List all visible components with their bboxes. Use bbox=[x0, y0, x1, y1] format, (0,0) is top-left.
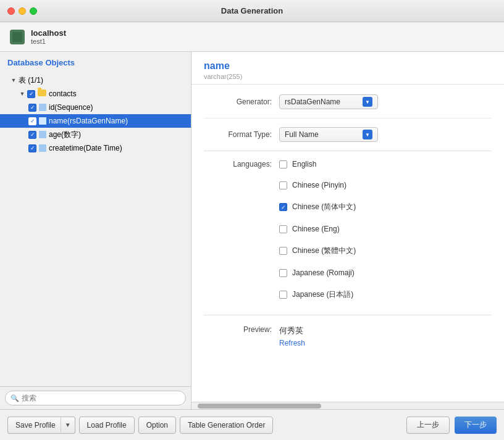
search-input[interactable] bbox=[22, 394, 180, 402]
lang-label-chinese-traditional: Chinese (繁體中文) bbox=[292, 246, 356, 256]
tree-item-id[interactable]: ✓ id(Sequence) bbox=[0, 101, 191, 114]
tree-item-contacts[interactable]: ▼ ✓ contacts bbox=[0, 87, 191, 101]
main-content: Database Objects ▼ 表 (1/1) ▼ ✓ contacts … bbox=[0, 52, 504, 409]
lang-row-chinese-simplified: ✓ Chinese (简体中文) bbox=[279, 202, 356, 212]
lang-checkbox-chinese-eng[interactable] bbox=[279, 225, 287, 233]
scroll-track bbox=[191, 402, 504, 409]
field-config: Generator: rsDataGenName ▼ Format Type: … bbox=[191, 85, 504, 402]
db-info: localhost test1 bbox=[31, 28, 66, 45]
lang-checkbox-japanese[interactable] bbox=[279, 291, 287, 299]
preview-section: Preview: 何秀英 Refresh bbox=[204, 315, 492, 347]
tree-label-name: name(rsDataGenName) bbox=[49, 117, 128, 125]
refresh-link[interactable]: Refresh bbox=[279, 339, 305, 347]
format-type-dropdown-arrow: ▼ bbox=[363, 130, 372, 139]
tree-item-name[interactable]: ✓ name(rsDataGenName) bbox=[0, 114, 191, 128]
lang-row-japanese: Japanese (日本語) bbox=[279, 289, 356, 300]
titlebar: Data Generation bbox=[0, 0, 504, 22]
format-type-dropdown[interactable]: Full Name ▼ bbox=[279, 127, 378, 142]
close-button[interactable] bbox=[7, 7, 15, 15]
lang-row-chinese-traditional: Chinese (繁體中文) bbox=[279, 246, 356, 256]
save-profile-button[interactable]: Save Profile bbox=[7, 417, 61, 434]
lang-row-english: English bbox=[279, 160, 356, 168]
lang-checkbox-chinese-traditional[interactable] bbox=[279, 247, 287, 255]
option-button[interactable]: Option bbox=[138, 417, 176, 434]
folder-icon bbox=[38, 89, 46, 98]
sidebar: Database Objects ▼ 表 (1/1) ▼ ✓ contacts … bbox=[0, 52, 191, 409]
lang-label-japanese: Japanese (日本語) bbox=[292, 289, 353, 300]
preview-value: 何秀英 bbox=[279, 325, 305, 336]
generator-dropdown-arrow: ▼ bbox=[363, 97, 372, 107]
column-icon-name bbox=[39, 117, 46, 125]
generator-row: Generator: rsDataGenName ▼ bbox=[204, 94, 492, 109]
languages-label: Languages: bbox=[204, 160, 272, 168]
lang-checkbox-chinese-pinyin[interactable] bbox=[279, 181, 287, 189]
load-profile-button[interactable]: Load Profile bbox=[79, 417, 135, 434]
tree-arrow-contacts: ▼ bbox=[19, 90, 26, 98]
tree-item-age[interactable]: ✓ age(数字) bbox=[0, 128, 191, 141]
tree-item-table[interactable]: ▼ 表 (1/1) bbox=[0, 73, 191, 87]
preview-label: Preview: bbox=[204, 325, 272, 334]
bottom-toolbar: Save Profile ▼ Load Profile Option Table… bbox=[0, 409, 504, 440]
tree-arrow-table: ▼ bbox=[10, 77, 17, 84]
tree-label-table: 表 (1/1) bbox=[19, 75, 43, 86]
contacts-checkbox[interactable]: ✓ bbox=[27, 90, 35, 98]
age-checkbox[interactable]: ✓ bbox=[28, 131, 36, 139]
lang-row-japanese-romaji: Japanese (Romaji) bbox=[279, 268, 356, 277]
lang-checkbox-english[interactable] bbox=[279, 160, 287, 168]
lang-label-chinese-pinyin: Chinese (Pinyin) bbox=[292, 181, 346, 189]
scroll-thumb[interactable] bbox=[198, 404, 321, 409]
lang-label-english: English bbox=[292, 160, 316, 168]
save-profile-arrow-button[interactable]: ▼ bbox=[61, 417, 75, 434]
next-button[interactable]: 下一步 bbox=[455, 417, 497, 434]
db-icon bbox=[10, 30, 25, 44]
tree-label-age: age(数字) bbox=[49, 130, 81, 140]
field-header: name varchar(255) bbox=[191, 52, 504, 85]
lang-row-chinese-pinyin: Chinese (Pinyin) bbox=[279, 181, 356, 189]
tree-item-createtime[interactable]: ✓ createtime(Date Time) bbox=[0, 141, 191, 155]
generator-value: rsDataGenName bbox=[285, 98, 363, 106]
name-checkbox[interactable]: ✓ bbox=[28, 117, 36, 125]
lang-row-chinese-eng: Chinese (Eng) bbox=[279, 225, 356, 233]
lang-checkbox-japanese-romaji[interactable] bbox=[279, 269, 287, 277]
languages-list: English Chinese (Pinyin) ✓ Chinese (简体中文… bbox=[279, 160, 356, 306]
search-box: 🔍 bbox=[5, 391, 186, 405]
tree-label-createtime: createtime(Date Time) bbox=[49, 144, 122, 152]
app-header: localhost test1 bbox=[0, 22, 504, 52]
id-checkbox[interactable]: ✓ bbox=[28, 104, 36, 112]
sidebar-title: Database Objects bbox=[0, 52, 191, 71]
generator-label: Generator: bbox=[204, 98, 272, 106]
lang-checkbox-chinese-simplified[interactable]: ✓ bbox=[279, 203, 287, 211]
maximize-button[interactable] bbox=[30, 7, 37, 15]
column-icon-id bbox=[39, 104, 46, 111]
format-type-row: Format Type: Full Name ▼ bbox=[204, 127, 492, 142]
languages-row: Languages: English Chinese (Pinyin) ✓ bbox=[204, 160, 492, 306]
back-button[interactable]: 上一步 bbox=[406, 417, 450, 434]
createtime-checkbox[interactable]: ✓ bbox=[28, 144, 36, 152]
db-name: localhost bbox=[31, 28, 66, 38]
field-type: varchar(255) bbox=[204, 73, 492, 80]
format-type-value: Full Name bbox=[285, 130, 363, 139]
generator-dropdown[interactable]: rsDataGenName ▼ bbox=[279, 94, 378, 109]
field-name: name bbox=[204, 60, 492, 72]
db-schema: test1 bbox=[31, 38, 66, 45]
traffic-lights bbox=[7, 7, 37, 15]
languages-section: Languages: English Chinese (Pinyin) ✓ bbox=[204, 151, 492, 306]
column-icon-createtime bbox=[39, 144, 46, 152]
tree-area: ▼ 表 (1/1) ▼ ✓ contacts ✓ id(Sequence) ✓ bbox=[0, 71, 191, 386]
right-panel: name varchar(255) Generator: rsDataGenNa… bbox=[191, 52, 504, 409]
tree-label-contacts: contacts bbox=[49, 89, 77, 98]
window-title: Data Generation bbox=[221, 6, 283, 15]
search-icon: 🔍 bbox=[10, 394, 19, 402]
minimize-button[interactable] bbox=[19, 7, 26, 15]
lang-label-chinese-simplified: Chinese (简体中文) bbox=[292, 202, 356, 212]
search-area: 🔍 bbox=[0, 386, 191, 409]
lang-label-japanese-romaji: Japanese (Romaji) bbox=[292, 268, 355, 277]
table-generation-order-button[interactable]: Table Generation Order bbox=[180, 417, 273, 434]
lang-label-chinese-eng: Chinese (Eng) bbox=[292, 225, 340, 233]
column-icon-age bbox=[39, 131, 46, 138]
preview-content: 何秀英 Refresh bbox=[279, 325, 305, 347]
divider-1 bbox=[204, 118, 492, 118]
format-type-label: Format Type: bbox=[204, 130, 272, 139]
tree-label-id: id(Sequence) bbox=[49, 103, 93, 112]
